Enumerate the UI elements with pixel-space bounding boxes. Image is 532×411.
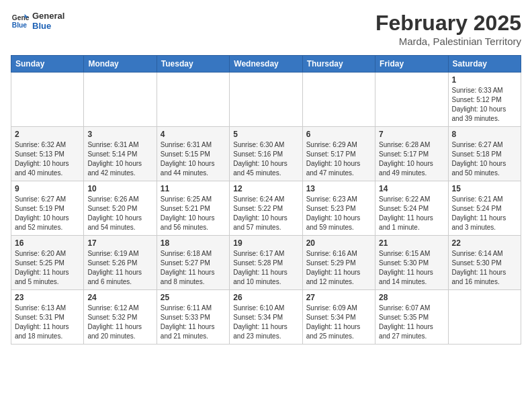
- day-info: Sunrise: 6:21 AM Sunset: 5:24 PM Dayligh…: [452, 195, 517, 232]
- day-info: Sunrise: 6:10 AM Sunset: 5:34 PM Dayligh…: [233, 304, 298, 341]
- day-number: 18: [161, 238, 226, 248]
- day-number: 3: [87, 130, 152, 139]
- day-info: Sunrise: 6:31 AM Sunset: 5:15 PM Dayligh…: [161, 140, 226, 178]
- day-number: 15: [452, 184, 517, 193]
- calendar-cell: 8Sunrise: 6:27 AM Sunset: 5:18 PM Daylig…: [448, 127, 521, 181]
- calendar-cell: 27Sunrise: 6:09 AM Sunset: 5:34 PM Dayli…: [302, 290, 375, 345]
- day-number: 22: [452, 238, 517, 248]
- calendar-cell: 9Sunrise: 6:27 AM Sunset: 5:19 PM Daylig…: [11, 181, 84, 236]
- calendar-cell: 21Sunrise: 6:15 AM Sunset: 5:30 PM Dayli…: [375, 236, 448, 290]
- day-number: 5: [233, 130, 298, 139]
- day-info: Sunrise: 6:27 AM Sunset: 5:18 PM Dayligh…: [452, 140, 517, 178]
- calendar-cell: 18Sunrise: 6:18 AM Sunset: 5:27 PM Dayli…: [157, 236, 229, 290]
- day-info: Sunrise: 6:32 AM Sunset: 5:13 PM Dayligh…: [15, 140, 80, 178]
- day-number: 10: [87, 184, 152, 193]
- calendar-cell: 28Sunrise: 6:07 AM Sunset: 5:35 PM Dayli…: [375, 290, 448, 345]
- day-number: 23: [15, 293, 80, 302]
- day-info: Sunrise: 6:17 AM Sunset: 5:28 PM Dayligh…: [233, 249, 298, 287]
- calendar-cell: 15Sunrise: 6:21 AM Sunset: 5:24 PM Dayli…: [448, 181, 521, 236]
- calendar-cell: [302, 73, 375, 127]
- calendar-cell: 4Sunrise: 6:31 AM Sunset: 5:15 PM Daylig…: [157, 127, 229, 181]
- day-number: 14: [379, 184, 444, 193]
- day-number: 4: [161, 130, 226, 139]
- calendar-header-sunday: Sunday: [11, 56, 84, 73]
- day-info: Sunrise: 6:07 AM Sunset: 5:35 PM Dayligh…: [379, 304, 444, 341]
- calendar-cell: 11Sunrise: 6:25 AM Sunset: 5:21 PM Dayli…: [157, 181, 229, 236]
- calendar-cell: [448, 290, 521, 345]
- day-info: Sunrise: 6:12 AM Sunset: 5:32 PM Dayligh…: [87, 304, 152, 341]
- calendar-week-3: 9Sunrise: 6:27 AM Sunset: 5:19 PM Daylig…: [11, 181, 521, 236]
- logo-general: General: [32, 11, 64, 21]
- day-number: 2: [15, 130, 80, 139]
- calendar-header-row: SundayMondayTuesdayWednesdayThursdayFrid…: [11, 56, 521, 73]
- day-number: 24: [87, 293, 152, 302]
- calendar-cell: 24Sunrise: 6:12 AM Sunset: 5:32 PM Dayli…: [84, 290, 157, 345]
- logo-blue: Blue: [32, 21, 64, 31]
- calendar-cell: 23Sunrise: 6:13 AM Sunset: 5:31 PM Dayli…: [11, 290, 84, 345]
- day-number: 11: [161, 184, 226, 193]
- day-info: Sunrise: 6:27 AM Sunset: 5:19 PM Dayligh…: [15, 195, 80, 232]
- day-info: Sunrise: 6:24 AM Sunset: 5:22 PM Dayligh…: [233, 195, 298, 232]
- day-info: Sunrise: 6:30 AM Sunset: 5:16 PM Dayligh…: [233, 140, 298, 178]
- logo-icon: General Blue: [11, 11, 30, 30]
- day-number: 26: [233, 293, 298, 302]
- month-title: February 2025: [375, 11, 521, 36]
- day-info: Sunrise: 6:09 AM Sunset: 5:34 PM Dayligh…: [306, 304, 371, 341]
- calendar-cell: 5Sunrise: 6:30 AM Sunset: 5:16 PM Daylig…: [230, 127, 302, 181]
- calendar-cell: 26Sunrise: 6:10 AM Sunset: 5:34 PM Dayli…: [230, 290, 302, 345]
- calendar-cell: 14Sunrise: 6:22 AM Sunset: 5:24 PM Dayli…: [375, 181, 448, 236]
- calendar-cell: 25Sunrise: 6:11 AM Sunset: 5:33 PM Dayli…: [157, 290, 229, 345]
- calendar-header-tuesday: Tuesday: [157, 56, 229, 73]
- day-info: Sunrise: 6:20 AM Sunset: 5:25 PM Dayligh…: [15, 249, 80, 287]
- calendar-cell: [157, 73, 229, 127]
- calendar-cell: 3Sunrise: 6:31 AM Sunset: 5:14 PM Daylig…: [84, 127, 157, 181]
- day-info: Sunrise: 6:14 AM Sunset: 5:30 PM Dayligh…: [452, 249, 517, 287]
- day-number: 19: [233, 238, 298, 248]
- calendar-cell: 2Sunrise: 6:32 AM Sunset: 5:13 PM Daylig…: [11, 127, 84, 181]
- calendar-cell: 10Sunrise: 6:26 AM Sunset: 5:20 PM Dayli…: [84, 181, 157, 236]
- calendar-cell: [84, 73, 157, 127]
- day-info: Sunrise: 6:19 AM Sunset: 5:26 PM Dayligh…: [87, 249, 152, 287]
- calendar-header-thursday: Thursday: [302, 56, 375, 73]
- day-info: Sunrise: 6:13 AM Sunset: 5:31 PM Dayligh…: [15, 304, 80, 341]
- day-number: 9: [15, 184, 80, 193]
- calendar-week-2: 2Sunrise: 6:32 AM Sunset: 5:13 PM Daylig…: [11, 127, 521, 181]
- day-number: 12: [233, 184, 298, 193]
- day-info: Sunrise: 6:31 AM Sunset: 5:14 PM Dayligh…: [87, 140, 152, 178]
- calendar-cell: [375, 73, 448, 127]
- day-info: Sunrise: 6:15 AM Sunset: 5:30 PM Dayligh…: [379, 249, 444, 287]
- day-info: Sunrise: 6:18 AM Sunset: 5:27 PM Dayligh…: [161, 249, 226, 287]
- calendar-cell: 17Sunrise: 6:19 AM Sunset: 5:26 PM Dayli…: [84, 236, 157, 290]
- day-number: 8: [452, 130, 517, 139]
- calendar-cell: [230, 73, 302, 127]
- day-info: Sunrise: 6:11 AM Sunset: 5:33 PM Dayligh…: [161, 304, 226, 341]
- day-number: 21: [379, 238, 444, 248]
- day-number: 20: [306, 238, 371, 248]
- calendar-cell: 22Sunrise: 6:14 AM Sunset: 5:30 PM Dayli…: [448, 236, 521, 290]
- calendar-header-friday: Friday: [375, 56, 448, 73]
- title-block: February 2025 Marda, Palestinian Territo…: [375, 11, 521, 47]
- day-number: 28: [379, 293, 444, 302]
- day-info: Sunrise: 6:29 AM Sunset: 5:17 PM Dayligh…: [306, 140, 371, 178]
- day-info: Sunrise: 6:25 AM Sunset: 5:21 PM Dayligh…: [161, 195, 226, 232]
- calendar-cell: 7Sunrise: 6:28 AM Sunset: 5:17 PM Daylig…: [375, 127, 448, 181]
- svg-text:General: General: [12, 14, 30, 21]
- day-info: Sunrise: 6:16 AM Sunset: 5:29 PM Dayligh…: [306, 249, 371, 287]
- day-info: Sunrise: 6:26 AM Sunset: 5:20 PM Dayligh…: [87, 195, 152, 232]
- calendar-table: SundayMondayTuesdayWednesdayThursdayFrid…: [11, 55, 521, 345]
- day-number: 16: [15, 238, 80, 248]
- day-number: 13: [306, 184, 371, 193]
- day-number: 27: [306, 293, 371, 302]
- day-info: Sunrise: 6:22 AM Sunset: 5:24 PM Dayligh…: [379, 195, 444, 232]
- calendar-week-5: 23Sunrise: 6:13 AM Sunset: 5:31 PM Dayli…: [11, 290, 521, 345]
- day-number: 6: [306, 130, 371, 139]
- calendar-cell: 20Sunrise: 6:16 AM Sunset: 5:29 PM Dayli…: [302, 236, 375, 290]
- day-info: Sunrise: 6:28 AM Sunset: 5:17 PM Dayligh…: [379, 140, 444, 178]
- calendar-week-4: 16Sunrise: 6:20 AM Sunset: 5:25 PM Dayli…: [11, 236, 521, 290]
- calendar-cell: 16Sunrise: 6:20 AM Sunset: 5:25 PM Dayli…: [11, 236, 84, 290]
- logo: General Blue General Blue: [11, 11, 64, 31]
- day-number: 1: [452, 75, 517, 85]
- day-number: 7: [379, 130, 444, 139]
- day-number: 17: [87, 238, 152, 248]
- calendar-cell: 6Sunrise: 6:29 AM Sunset: 5:17 PM Daylig…: [302, 127, 375, 181]
